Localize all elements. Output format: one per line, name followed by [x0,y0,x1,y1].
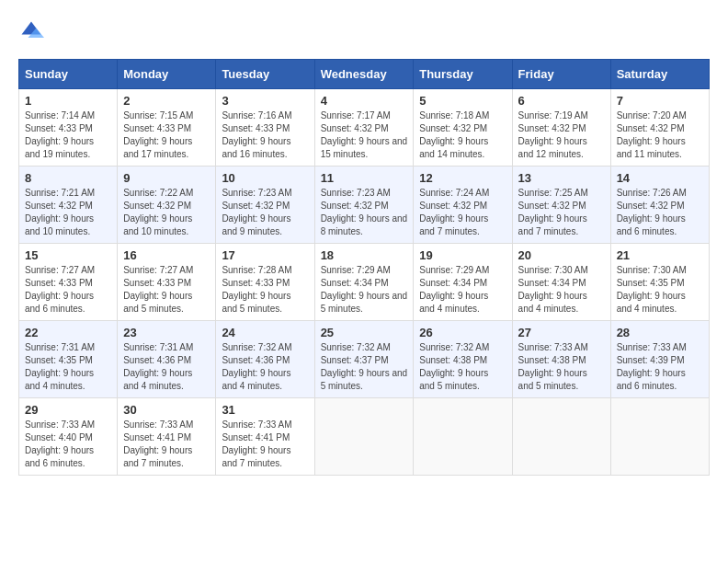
day-info: Sunrise: 7:22 AMSunset: 4:32 PMDaylight:… [123,187,210,238]
day-info: Sunrise: 7:32 AMSunset: 4:38 PMDaylight:… [419,341,506,393]
calendar-week-row: 22Sunrise: 7:31 AMSunset: 4:35 PMDayligh… [19,321,710,398]
day-number: 2 [123,94,210,108]
calendar-cell: 11Sunrise: 7:23 AMSunset: 4:32 PMDayligh… [314,167,414,244]
day-number: 18 [321,248,408,262]
day-number: 17 [222,248,308,262]
calendar-cell [610,398,709,476]
day-number: 3 [222,94,308,108]
calendar-cell [512,398,610,476]
day-of-week-header: Monday [118,60,216,89]
day-number: 1 [25,94,111,108]
day-number: 5 [419,94,506,108]
day-info: Sunrise: 7:27 AMSunset: 4:33 PMDaylight:… [123,264,210,316]
calendar-cell: 10Sunrise: 7:23 AMSunset: 4:32 PMDayligh… [216,167,314,244]
day-info: Sunrise: 7:27 AMSunset: 4:33 PMDaylight:… [25,264,111,316]
day-number: 6 [518,94,605,108]
calendar-cell: 23Sunrise: 7:31 AMSunset: 4:36 PMDayligh… [118,321,216,398]
day-info: Sunrise: 7:23 AMSunset: 4:32 PMDaylight:… [321,187,408,238]
day-info: Sunrise: 7:33 AMSunset: 4:38 PMDaylight:… [518,341,605,393]
day-of-week-header: Wednesday [314,60,414,89]
day-number: 25 [321,326,408,339]
calendar-cell: 19Sunrise: 7:29 AMSunset: 4:34 PMDayligh… [414,244,512,321]
day-number: 8 [25,171,111,185]
calendar-week-row: 29Sunrise: 7:33 AMSunset: 4:40 PMDayligh… [19,398,710,476]
day-info: Sunrise: 7:17 AMSunset: 4:32 PMDaylight:… [321,109,408,161]
calendar-cell: 9Sunrise: 7:22 AMSunset: 4:32 PMDaylight… [118,167,216,244]
calendar-cell: 5Sunrise: 7:18 AMSunset: 4:32 PMDaylight… [414,89,512,167]
calendar-cell: 25Sunrise: 7:32 AMSunset: 4:37 PMDayligh… [314,321,414,398]
day-number: 11 [321,171,408,185]
calendar-cell: 24Sunrise: 7:32 AMSunset: 4:36 PMDayligh… [216,321,314,398]
day-info: Sunrise: 7:33 AMSunset: 4:41 PMDaylight:… [123,419,210,470]
day-info: Sunrise: 7:31 AMSunset: 4:36 PMDaylight:… [123,341,210,393]
day-info: Sunrise: 7:33 AMSunset: 4:39 PMDaylight:… [617,341,703,393]
day-number: 14 [617,171,703,185]
calendar-cell: 7Sunrise: 7:20 AMSunset: 4:32 PMDaylight… [610,89,709,167]
calendar-cell: 3Sunrise: 7:16 AMSunset: 4:33 PMDaylight… [216,89,314,167]
calendar-week-row: 15Sunrise: 7:27 AMSunset: 4:33 PMDayligh… [19,244,710,321]
calendar-cell: 26Sunrise: 7:32 AMSunset: 4:38 PMDayligh… [414,321,512,398]
day-number: 10 [222,171,308,185]
day-number: 31 [222,403,308,417]
day-number: 26 [419,326,506,339]
calendar-cell: 14Sunrise: 7:26 AMSunset: 4:32 PMDayligh… [610,167,709,244]
page-header [18,18,710,44]
day-info: Sunrise: 7:14 AMSunset: 4:33 PMDaylight:… [25,109,111,161]
day-number: 21 [617,248,703,262]
calendar-cell: 6Sunrise: 7:19 AMSunset: 4:32 PMDaylight… [512,89,610,167]
day-info: Sunrise: 7:23 AMSunset: 4:32 PMDaylight:… [222,187,308,238]
calendar-cell: 21Sunrise: 7:30 AMSunset: 4:35 PMDayligh… [610,244,709,321]
calendar-cell: 18Sunrise: 7:29 AMSunset: 4:34 PMDayligh… [314,244,414,321]
logo [18,18,48,44]
day-info: Sunrise: 7:16 AMSunset: 4:33 PMDaylight:… [222,109,308,161]
calendar-cell: 28Sunrise: 7:33 AMSunset: 4:39 PMDayligh… [610,321,709,398]
day-info: Sunrise: 7:33 AMSunset: 4:41 PMDaylight:… [222,419,308,470]
calendar-cell: 13Sunrise: 7:25 AMSunset: 4:32 PMDayligh… [512,167,610,244]
calendar-cell: 30Sunrise: 7:33 AMSunset: 4:41 PMDayligh… [118,398,216,476]
day-number: 28 [617,326,703,339]
day-number: 20 [518,248,605,262]
calendar-cell [314,398,414,476]
day-of-week-header: Friday [512,60,610,89]
calendar-cell: 20Sunrise: 7:30 AMSunset: 4:34 PMDayligh… [512,244,610,321]
day-info: Sunrise: 7:15 AMSunset: 4:33 PMDaylight:… [123,109,210,161]
day-of-week-header: Sunday [19,60,118,89]
day-number: 16 [123,248,210,262]
day-of-week-header: Thursday [414,60,512,89]
day-number: 9 [123,171,210,185]
calendar-table: SundayMondayTuesdayWednesdayThursdayFrid… [18,59,710,476]
calendar-cell: 17Sunrise: 7:28 AMSunset: 4:33 PMDayligh… [216,244,314,321]
calendar-cell: 15Sunrise: 7:27 AMSunset: 4:33 PMDayligh… [19,244,118,321]
day-info: Sunrise: 7:25 AMSunset: 4:32 PMDaylight:… [518,187,605,238]
day-info: Sunrise: 7:24 AMSunset: 4:32 PMDaylight:… [419,187,506,238]
day-of-week-header: Saturday [610,60,709,89]
day-info: Sunrise: 7:31 AMSunset: 4:35 PMDaylight:… [25,341,111,393]
day-info: Sunrise: 7:26 AMSunset: 4:32 PMDaylight:… [617,187,703,238]
day-number: 12 [419,171,506,185]
calendar-cell: 16Sunrise: 7:27 AMSunset: 4:33 PMDayligh… [118,244,216,321]
day-number: 15 [25,248,111,262]
day-number: 22 [25,326,111,339]
day-number: 30 [123,403,210,417]
day-number: 7 [617,94,703,108]
day-number: 29 [25,403,111,417]
day-info: Sunrise: 7:19 AMSunset: 4:32 PMDaylight:… [518,109,605,161]
logo-icon [18,18,44,44]
calendar-cell: 27Sunrise: 7:33 AMSunset: 4:38 PMDayligh… [512,321,610,398]
calendar-cell: 2Sunrise: 7:15 AMSunset: 4:33 PMDaylight… [118,89,216,167]
day-info: Sunrise: 7:33 AMSunset: 4:40 PMDaylight:… [25,419,111,470]
day-number: 4 [321,94,408,108]
day-number: 27 [518,326,605,339]
calendar-cell: 4Sunrise: 7:17 AMSunset: 4:32 PMDaylight… [314,89,414,167]
calendar-cell: 8Sunrise: 7:21 AMSunset: 4:32 PMDaylight… [19,167,118,244]
day-number: 13 [518,171,605,185]
calendar-cell: 1Sunrise: 7:14 AMSunset: 4:33 PMDaylight… [19,89,118,167]
day-number: 19 [419,248,506,262]
calendar-cell: 31Sunrise: 7:33 AMSunset: 4:41 PMDayligh… [216,398,314,476]
day-info: Sunrise: 7:30 AMSunset: 4:34 PMDaylight:… [518,264,605,316]
day-info: Sunrise: 7:29 AMSunset: 4:34 PMDaylight:… [419,264,506,316]
day-of-week-header: Tuesday [216,60,314,89]
calendar-cell [414,398,512,476]
calendar-cell: 29Sunrise: 7:33 AMSunset: 4:40 PMDayligh… [19,398,118,476]
calendar-week-row: 8Sunrise: 7:21 AMSunset: 4:32 PMDaylight… [19,167,710,244]
